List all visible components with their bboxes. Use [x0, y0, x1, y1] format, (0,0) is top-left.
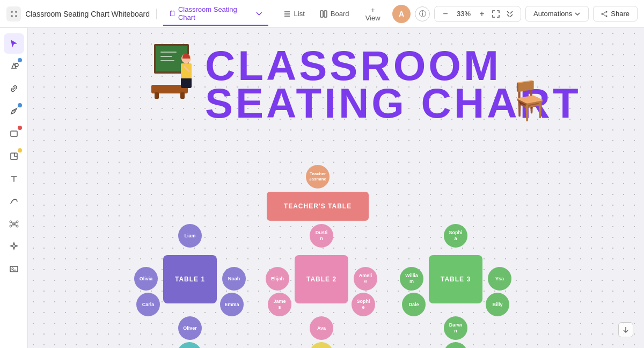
active-tab[interactable]: 🗒 Classroom Seating Chart: [163, 2, 268, 26]
add-view-button[interactable]: + View: [358, 3, 389, 25]
tab-label: Classroom Seating Chart: [178, 5, 253, 21]
seat-olivia: Olivia: [134, 267, 158, 291]
draw-tool-button[interactable]: [4, 191, 24, 212]
svg-line-5: [259, 12, 262, 15]
table-group-2: Dustin TABLE 2 Elijah Amelia James Sophi…: [267, 229, 374, 348]
zoom-out-button[interactable]: −: [440, 9, 451, 19]
seat-ysa: Ysa: [488, 267, 511, 291]
svg-point-3: [15, 15, 17, 17]
svg-point-23: [10, 225, 12, 227]
svg-rect-10: [324, 11, 327, 17]
link-tool-button[interactable]: [4, 78, 24, 99]
seat-elijah: Elijah: [266, 267, 289, 291]
svg-point-24: [16, 225, 18, 227]
seat-billy: Billy: [486, 293, 509, 316]
automations-button[interactable]: Automations: [525, 6, 589, 21]
network-tool-button[interactable]: [4, 214, 24, 234]
app-logo[interactable]: [6, 6, 21, 21]
board-nav-button[interactable]: Board: [313, 6, 356, 21]
svg-point-21: [10, 221, 12, 223]
seat-carla: Carla: [136, 293, 160, 316]
image-tool-button[interactable]: [4, 259, 24, 279]
table-1: TABLE 1: [163, 255, 217, 303]
svg-line-4: [257, 12, 259, 15]
svg-point-1: [15, 11, 17, 13]
svg-point-16: [15, 63, 18, 67]
text-tool-button[interactable]: [4, 169, 24, 189]
seat-dale: Dale: [402, 293, 426, 316]
svg-point-11: [606, 11, 608, 12]
info-button[interactable]: ⓘ: [415, 6, 430, 21]
seat-liam: Liam: [178, 224, 202, 248]
seat-sophia: Sophia: [444, 224, 467, 248]
seat-emma: Emma: [220, 293, 244, 316]
select-tool-button[interactable]: [4, 33, 24, 54]
svg-point-12: [606, 15, 608, 17]
svg-line-14: [603, 12, 606, 13]
divider: [156, 9, 157, 19]
whiteboard-title: Classroom Seating Chart Whiteboard: [25, 10, 150, 18]
svg-line-15: [603, 14, 606, 15]
seat-sophie: Sophie: [352, 293, 375, 316]
chair-illustration: 🪑: [506, 82, 552, 119]
seat-oliver: Oliver: [178, 316, 202, 340]
ai-tool-button[interactable]: [4, 236, 24, 257]
expand-button[interactable]: [504, 9, 515, 19]
seat-darwin: Darwin: [444, 316, 467, 340]
rect-tool-button[interactable]: [4, 124, 24, 144]
zoom-value: 33%: [454, 10, 473, 18]
svg-point-22: [16, 221, 18, 223]
scroll-hint: [618, 322, 633, 337]
seat-james: James: [268, 293, 291, 316]
sticky-tool-button[interactable]: [4, 146, 24, 166]
left-sidebar: [0, 28, 28, 348]
svg-point-0: [11, 11, 13, 13]
teachers-table: TEACHER'S TABLE: [267, 192, 369, 221]
seat-dustin: Dustin: [310, 224, 333, 248]
svg-point-17: [13, 110, 15, 112]
share-button[interactable]: Share: [593, 6, 638, 21]
seat-jamie: Jamie: [444, 342, 467, 348]
seat-ava: Ava: [310, 316, 333, 340]
list-nav-button[interactable]: List: [277, 6, 311, 21]
svg-rect-9: [320, 11, 323, 17]
nav-bar: List Board + View: [277, 3, 388, 25]
table-2: TABLE 2: [295, 255, 348, 303]
seat-jean: Jean: [310, 342, 333, 348]
teacher-figure: [181, 54, 192, 88]
svg-point-2: [11, 15, 13, 17]
svg-rect-18: [11, 131, 17, 136]
title-line1: CLASSROOM: [205, 47, 581, 84]
seat-william: William: [400, 267, 423, 291]
table-3: TABLE 3: [429, 255, 482, 303]
fit-button[interactable]: [491, 9, 501, 19]
zoom-in-button[interactable]: +: [477, 9, 487, 19]
topbar: Classroom Seating Chart Whiteboard 🗒 Cla…: [0, 0, 644, 28]
teacher-illustration: [151, 44, 200, 103]
seat-noah: Noah: [222, 267, 246, 291]
table-group-1: Liam TABLE 1 Olivia Noah Carla Emma Oliv…: [135, 229, 243, 348]
table-group-3: Sophia TABLE 3 William Ysa Dale Billy Da…: [401, 229, 508, 348]
whiteboard-canvas[interactable]: CLASSROOM SEATING CHART 🪑 TeacherJasmine…: [28, 28, 644, 348]
seat-isabella: Isabella: [177, 342, 202, 348]
zoom-controls: − 33% +: [434, 6, 521, 22]
pen-tool-button[interactable]: [4, 101, 24, 121]
avatar[interactable]: A: [392, 5, 411, 23]
seat-amelia: Amelia: [354, 267, 377, 291]
teacher-seat: TeacherJasmine: [306, 165, 330, 189]
svg-point-13: [602, 13, 603, 15]
teacher-section: TeacherJasmine TEACHER'S TABLE: [267, 165, 369, 221]
shape-tool-button[interactable]: [4, 56, 24, 76]
topbar-right: A ⓘ − 33% + Automations Share: [392, 5, 638, 23]
